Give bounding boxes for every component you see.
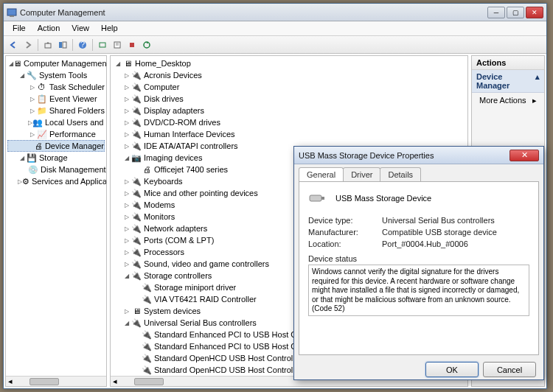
svg-rect-0 (7, 9, 16, 15)
device-category[interactable]: ▷🔌DVD/CD-ROM drives (112, 116, 466, 128)
svg-rect-4 (63, 42, 66, 48)
actions-group[interactable]: Device Manager▴ (472, 70, 544, 93)
update-button[interactable] (140, 38, 153, 52)
expand-icon[interactable]: ▷ (122, 189, 131, 197)
expand-icon[interactable]: ▷ (122, 248, 131, 256)
dialog-close-button[interactable]: ✕ (509, 150, 539, 161)
device-type-value: Universal Serial Bus controllers (382, 216, 495, 225)
tree-disk-management[interactable]: 💿Disk Management (7, 164, 105, 175)
scrollbar-thumb[interactable] (29, 378, 59, 385)
tree-performance[interactable]: ▷📈Performance (7, 128, 105, 140)
titlebar[interactable]: Computer Management ─ ▢ ✕ (4, 4, 546, 21)
help-button[interactable]: ? (76, 38, 89, 52)
tree-shared-folders[interactable]: ▷📁Shared Folders (7, 105, 105, 116)
tree-storage[interactable]: ◢💾Storage (7, 152, 105, 164)
cancel-button[interactable]: Cancel (483, 362, 536, 377)
dialog-title: USB Mass Storage Device Properties (299, 151, 509, 160)
expand-icon[interactable]: ▷ (122, 307, 131, 315)
minimize-button[interactable]: ─ (487, 7, 505, 18)
expand-icon[interactable]: ▷ (122, 71, 131, 80)
scan-button[interactable] (96, 38, 109, 52)
expand-icon[interactable]: ▷ (122, 236, 131, 245)
expand-icon[interactable]: ▷ (122, 106, 131, 115)
 (133, 365, 142, 374)
expand-icon[interactable]: ▷ (28, 106, 37, 115)
tree-system-tools[interactable]: ◢🔧System Tools (7, 69, 105, 81)
device-category[interactable]: ▷🔌Human Interface Devices (112, 128, 466, 140)
collapse-icon[interactable]: ◢ (114, 59, 122, 68)
device-icon: 🔌 (131, 259, 142, 269)
tools-icon: 🔧 (27, 70, 37, 80)
device-category[interactable]: ▷🔌Acronis Devices (112, 69, 466, 81)
expand-icon[interactable]: ▷ (122, 141, 131, 150)
expand-icon[interactable]: ▷ (122, 259, 131, 268)
device-category[interactable]: ▷🔌Display adapters (112, 105, 466, 116)
perf-icon: 📈 (37, 129, 47, 139)
device-icon: 🔌 (142, 365, 152, 375)
ok-button[interactable]: OK (425, 362, 479, 377)
expand-icon[interactable]: ▷ (122, 224, 131, 233)
location-label: Location: (308, 239, 382, 248)
uninstall-button[interactable] (125, 38, 139, 52)
back-button[interactable] (7, 38, 20, 52)
chip-icon: 🔌 (131, 270, 142, 281)
device-icon: 🔌 (131, 188, 142, 198)
users-icon: 👥 (32, 117, 43, 127)
device-icon: 🔌 (142, 329, 152, 340)
svg-rect-14 (321, 197, 324, 200)
tree-event-viewer[interactable]: ▷📋Event Viewer (7, 93, 105, 105)
computer-icon: 🖥 (13, 58, 21, 69)
expand-icon[interactable]: ▷ (28, 94, 37, 103)
device-category[interactable]: ▷🔌Computer (112, 81, 466, 93)
tree-services[interactable]: ▷⚙Services and Applicati (7, 175, 105, 187)
expand-icon[interactable]: ▷ (122, 200, 131, 209)
location-value: Port_#0004.Hub_#0006 (382, 239, 468, 248)
device-icon: 🔌 (142, 353, 152, 363)
menu-action[interactable]: Action (32, 21, 66, 35)
close-button[interactable]: ✕ (526, 7, 543, 18)
device-icon: 🔌 (131, 200, 142, 210)
chip-icon: 🔌 (142, 282, 152, 293)
expand-icon[interactable]: ▷ (122, 130, 131, 139)
collapse-icon[interactable]: ◢ (122, 271, 131, 280)
tree-task-scheduler[interactable]: ▷⏱Task Scheduler (7, 81, 105, 93)
forward-button[interactable] (21, 38, 35, 52)
expand-icon[interactable]: ▷ (28, 130, 37, 139)
tree-local-users[interactable]: ▷👥Local Users and Gr (7, 116, 105, 128)
actions-more[interactable]: More Actions▸ (472, 93, 544, 108)
show-hide-tree-button[interactable] (56, 38, 69, 52)
dialog-titlebar[interactable]: USB Mass Storage Device Properties ✕ (294, 147, 543, 164)
collapse-icon[interactable]: ◢ (122, 318, 131, 327)
expand-icon[interactable]: ▷ (122, 177, 131, 186)
device-icon: 🔌 (131, 141, 142, 151)
tab-details[interactable]: Details (380, 167, 421, 181)
tree-root[interactable]: ◢🖥Computer Management (7, 57, 105, 69)
menu-help[interactable]: Help (95, 21, 124, 35)
console-tree[interactable]: ◢🖥Computer Management ◢🔧System Tools ▷⏱T… (6, 56, 106, 376)
up-button[interactable] (41, 38, 55, 52)
expand-icon[interactable]: ▷ (122, 83, 131, 91)
device-root[interactable]: ◢🖥Home_Desktop (112, 57, 466, 69)
menu-view[interactable]: View (66, 21, 95, 35)
menu-file[interactable]: File (7, 21, 32, 35)
scrollbar-thumb[interactable] (134, 378, 164, 385)
maximize-button[interactable]: ▢ (507, 7, 524, 18)
menubar: File Action View Help (4, 21, 546, 36)
device-category[interactable]: ▷🔌Disk drives (112, 93, 466, 105)
expand-icon[interactable]: ▷ (122, 94, 131, 103)
svg-rect-2 (45, 43, 51, 48)
device-status-text[interactable]: Windows cannot verify the digital signat… (308, 265, 529, 316)
collapse-icon[interactable]: ◢ (122, 153, 131, 162)
tree-device-manager[interactable]: 🖨Device Manager (7, 140, 105, 152)
expand-icon[interactable]: ▷ (28, 83, 37, 91)
clock-icon: ⏱ (37, 82, 47, 92)
expand-icon[interactable]: ▷ (122, 118, 131, 127)
tab-general[interactable]: General (299, 167, 344, 181)
collapse-icon[interactable]: ◢ (18, 71, 27, 80)
tab-driver[interactable]: Driver (343, 167, 380, 181)
scrollbar-horizontal[interactable]: ◂ (6, 376, 106, 386)
collapse-icon[interactable]: ◢ (18, 153, 27, 162)
device-icon: 🔌 (142, 341, 152, 351)
expand-icon[interactable]: ▷ (122, 212, 131, 221)
properties-button[interactable] (111, 38, 124, 52)
